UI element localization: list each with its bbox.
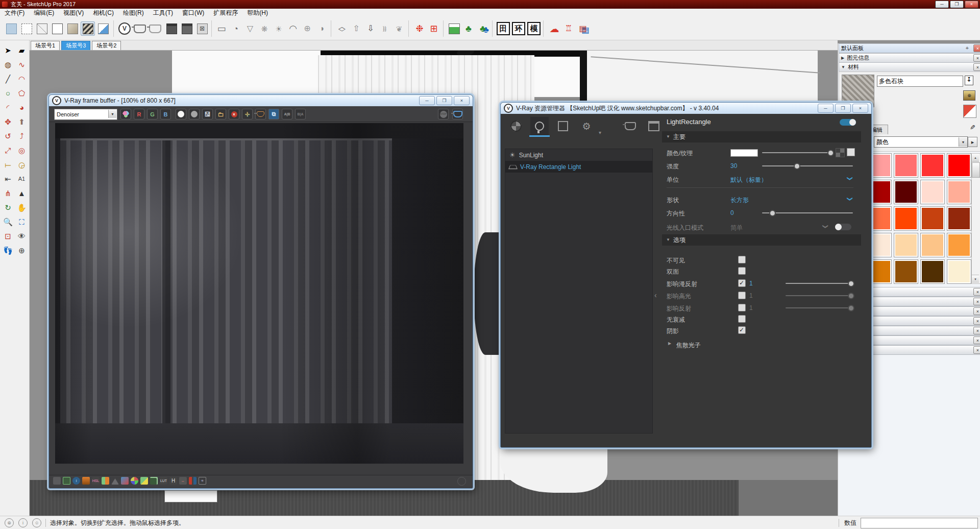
blue-channel-button[interactable]: B bbox=[160, 109, 171, 119]
rgb-channels-icon[interactable] bbox=[120, 109, 131, 119]
walk-tool[interactable] bbox=[2, 244, 14, 257]
background-icon[interactable] bbox=[140, 477, 148, 485]
color-swatch[interactable] bbox=[920, 259, 945, 284]
tree-update-button[interactable] bbox=[476, 21, 490, 36]
stop-render-button[interactable]: STOP bbox=[438, 109, 449, 119]
lut-icon[interactable]: LUT bbox=[160, 477, 167, 485]
measurements-input[interactable] bbox=[861, 518, 978, 528]
asset-editor-title-bar[interactable]: V-Ray 资源管理器 【SketchUp吧 汉化 www.sketchupba… bbox=[501, 103, 871, 114]
arc-tool[interactable] bbox=[15, 73, 28, 85]
rendered-image[interactable] bbox=[55, 123, 463, 464]
menu-file[interactable]: 文件(F) bbox=[0, 9, 29, 17]
pen-curves-icon[interactable] bbox=[121, 477, 129, 485]
curve-editor-icon[interactable] bbox=[150, 477, 158, 485]
materials-tab[interactable] bbox=[507, 117, 525, 135]
scene-tab-2[interactable]: 场景号2 bbox=[92, 41, 121, 50]
freehand-tool[interactable] bbox=[15, 58, 28, 71]
green-channel-button[interactable]: G bbox=[147, 109, 158, 119]
sign-in-icon[interactable] bbox=[32, 518, 41, 527]
panel-close-button[interactable]: × bbox=[973, 336, 980, 344]
pan-tool[interactable] bbox=[15, 201, 28, 214]
monochrome-channel-button[interactable] bbox=[189, 109, 200, 119]
rotate-tool[interactable] bbox=[2, 130, 14, 142]
histogram-icon[interactable]: H bbox=[169, 477, 177, 485]
texture-checker-button[interactable] bbox=[836, 148, 845, 157]
fur-button[interactable] bbox=[378, 21, 392, 36]
infinite-plane-button[interactable] bbox=[335, 21, 349, 36]
light-item-rectangle[interactable]: V-Ray Rectangle Light bbox=[505, 161, 652, 173]
color-swatch[interactable] bbox=[730, 149, 758, 157]
sphere-light-button[interactable] bbox=[229, 21, 243, 36]
shape-value[interactable]: 长方形 bbox=[730, 196, 749, 205]
vray-batch-render-button[interactable] bbox=[180, 21, 194, 36]
style-monochrome-button[interactable] bbox=[96, 21, 110, 36]
import-proxy-button[interactable] bbox=[363, 21, 378, 36]
vray-interactive-render-button[interactable] bbox=[148, 21, 162, 36]
double-sided-checkbox[interactable] bbox=[738, 267, 746, 275]
bloom-icon[interactable]: ✳ bbox=[199, 477, 206, 485]
section-options-header[interactable]: 选项 bbox=[662, 234, 861, 246]
paint-with-texture-toggle[interactable] bbox=[963, 105, 976, 118]
light-enabled-toggle[interactable] bbox=[840, 119, 856, 126]
vray-render-button[interactable] bbox=[133, 21, 147, 36]
color-swatch[interactable] bbox=[894, 180, 918, 204]
shape-dropdown-chevron-icon[interactable] bbox=[847, 197, 853, 201]
geometry-tab[interactable] bbox=[554, 117, 572, 135]
color-swatch[interactable] bbox=[920, 233, 945, 257]
color-swatch[interactable] bbox=[920, 206, 945, 231]
section-plane-tool[interactable] bbox=[15, 244, 28, 257]
menu-help[interactable]: 帮助(H) bbox=[242, 9, 273, 17]
scene-tab-3[interactable]: 场景号3 bbox=[61, 41, 90, 50]
spot-light-button[interactable] bbox=[243, 21, 257, 36]
rectangle-light-button[interactable] bbox=[214, 21, 229, 36]
panel-close-button[interactable]: × bbox=[973, 288, 980, 296]
offset-tool[interactable] bbox=[15, 144, 28, 157]
panel-close-button[interactable]: × bbox=[973, 317, 980, 325]
sample-paint-eyedropper-icon[interactable] bbox=[970, 124, 975, 131]
color-swatch[interactable] bbox=[894, 206, 918, 231]
stamp-icon[interactable]: ↔ bbox=[179, 477, 187, 485]
menu-view[interactable]: 视图(V) bbox=[59, 9, 88, 17]
render-tab[interactable] bbox=[621, 117, 640, 135]
interactive-render-button[interactable] bbox=[452, 109, 463, 119]
affect-diffuse-checkbox[interactable] bbox=[738, 279, 746, 287]
zoom-tool[interactable] bbox=[2, 215, 14, 228]
section-main-header[interactable]: 主要 bbox=[662, 131, 861, 142]
color-swatch[interactable] bbox=[894, 233, 918, 257]
cloud-account-button[interactable] bbox=[561, 21, 576, 36]
portal-dropdown-chevron-icon[interactable] bbox=[823, 224, 828, 229]
eraser-tool[interactable] bbox=[15, 44, 28, 57]
style-hidden-line-button[interactable] bbox=[50, 21, 64, 36]
menu-tools[interactable]: 工具(T) bbox=[149, 9, 178, 17]
settings-tab[interactable] bbox=[577, 117, 596, 135]
tree-library-button[interactable] bbox=[461, 21, 476, 36]
tab-overflow-chevron-icon[interactable] bbox=[599, 130, 601, 135]
protractor-tool[interactable] bbox=[15, 158, 28, 171]
text-tool[interactable] bbox=[15, 173, 28, 185]
color-swatch[interactable] bbox=[947, 233, 971, 257]
maximize-button[interactable] bbox=[950, 1, 964, 8]
red-channel-button[interactable]: R bbox=[134, 109, 144, 119]
display-correction-icon[interactable] bbox=[53, 477, 61, 485]
plugin-grid-button[interactable]: 田 bbox=[496, 21, 510, 36]
two-point-arc-tool[interactable] bbox=[2, 101, 14, 114]
material-name-input[interactable] bbox=[877, 76, 963, 87]
color-swatch[interactable] bbox=[947, 259, 971, 284]
panel-close-button[interactable]: × bbox=[973, 346, 980, 354]
tray-close-button[interactable]: × bbox=[973, 44, 980, 52]
filmstrip-icon[interactable] bbox=[63, 477, 70, 485]
polygon-tool[interactable] bbox=[15, 87, 28, 100]
sun-light-button[interactable] bbox=[314, 21, 329, 36]
pie-tool[interactable] bbox=[15, 101, 28, 114]
affect-specular-checkbox[interactable] bbox=[738, 292, 746, 299]
collapse-list-chevron-icon[interactable] bbox=[654, 292, 657, 299]
color-swatch[interactable] bbox=[947, 180, 971, 204]
vray-frame-buffer-button[interactable] bbox=[164, 21, 179, 36]
clear-image-button[interactable]: x bbox=[229, 109, 239, 119]
dome-light-button[interactable] bbox=[286, 21, 300, 36]
no-decay-checkbox[interactable] bbox=[738, 315, 746, 323]
dropdown-arrow-icon[interactable] bbox=[959, 137, 967, 147]
3d-text-tool[interactable] bbox=[15, 187, 28, 200]
scene-tab-1[interactable]: 场景号1 bbox=[31, 41, 60, 50]
light-item-sunlight[interactable]: SunLight bbox=[505, 149, 652, 161]
